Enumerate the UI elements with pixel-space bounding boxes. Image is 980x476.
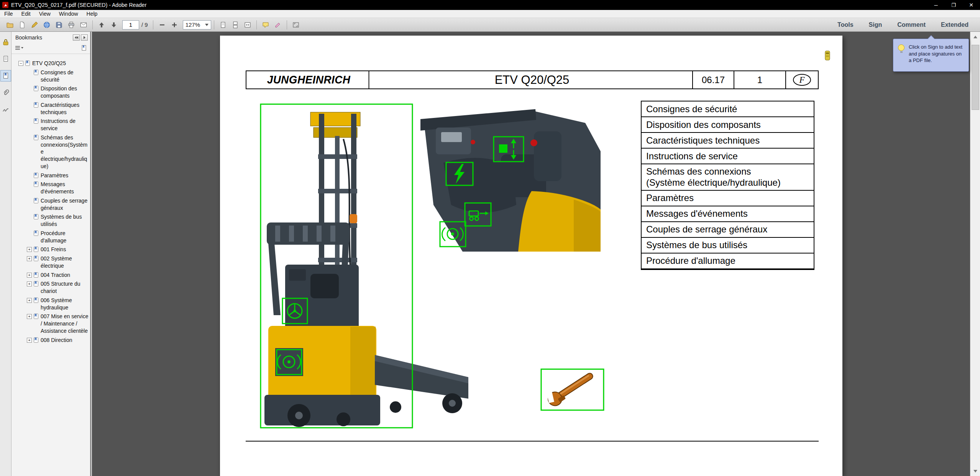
- open-folder-icon[interactable]: [4, 20, 16, 30]
- zoom-out-icon[interactable]: [156, 20, 168, 30]
- fill-sign-icon[interactable]: [28, 20, 41, 30]
- toolbar-separator: [287, 20, 287, 29]
- bookmark-icon: [33, 255, 39, 262]
- bookmark-expander[interactable]: [27, 298, 32, 303]
- signatures-icon[interactable]: [0, 104, 11, 115]
- next-page-icon[interactable]: [108, 20, 120, 30]
- expand-panel-icon[interactable]: [81, 34, 88, 41]
- scrollbar-up-icon[interactable]: [970, 32, 980, 42]
- toc-label: Procédure d'allumage: [646, 255, 735, 266]
- bookmarks-panel-title: Bookmarks: [15, 34, 42, 41]
- bookmarks-icon[interactable]: [0, 70, 11, 82]
- page-total-label: / 9: [141, 21, 148, 28]
- highlight-icon[interactable]: [272, 20, 284, 30]
- navigation-pane-strip: [0, 32, 11, 476]
- expand-current-bookmark-icon[interactable]: [81, 45, 87, 52]
- bookmark-label: 007 Mise en service / Maintenance / Assi…: [41, 313, 89, 334]
- bookmark-item[interactable]: 005 Structure du chariot: [27, 280, 89, 295]
- lock-icon[interactable]: [0, 36, 11, 48]
- jungheinrich-logo: JUNGHEINRICH: [249, 71, 369, 88]
- bookmark-expander[interactable]: [27, 273, 32, 278]
- bookmark-expander[interactable]: [27, 247, 32, 252]
- menu-bar: FileEditViewWindowHelp: [0, 10, 980, 18]
- bookmark-expander[interactable]: [27, 314, 32, 319]
- close-button[interactable]: ✕: [962, 0, 980, 10]
- bookmark-label: Paramètres: [41, 172, 68, 179]
- toolbar-panel-button[interactable]: Tools: [830, 18, 861, 32]
- adobe-reader-app-icon: [2, 2, 8, 8]
- maximize-button[interactable]: ❐: [945, 0, 962, 10]
- bookmark-item[interactable]: Schémas des connexions(Système électriqu…: [27, 134, 89, 170]
- bookmark-label: Messages d'événements: [41, 181, 89, 195]
- zoom-in-icon[interactable]: [168, 20, 181, 30]
- bookmark-label: Caractéristiques techniques: [41, 101, 89, 116]
- bookmark-expander[interactable]: [27, 281, 32, 286]
- toolbar-separator: [214, 20, 214, 29]
- lightbulb-icon: [898, 44, 904, 51]
- bookmark-item[interactable]: Systèmes de bus utilisés: [27, 213, 89, 228]
- save-copy-icon[interactable]: [16, 20, 28, 30]
- title-bar: ETV_Q20_Q25_0217_f.pdf (SECURED) - Adobe…: [0, 0, 980, 10]
- bookmarks-panel: Bookmarks ETV Q20/Q25 Consignes de sécur…: [11, 32, 90, 476]
- bookmark-item[interactable]: Consignes de sécurité: [27, 69, 89, 83]
- previous-page-icon[interactable]: [95, 20, 108, 30]
- bookmark-item[interactable]: 002 Système électrique: [27, 255, 89, 270]
- fit-one-page-icon[interactable]: [217, 20, 229, 30]
- bookmark-item[interactable]: Instructions de service: [27, 118, 89, 132]
- bookmark-item[interactable]: Messages d'événements: [27, 181, 89, 195]
- menu-item[interactable]: Edit: [17, 10, 35, 18]
- bookmark-icon: [33, 214, 39, 220]
- scrollbar-thumb[interactable]: [972, 45, 979, 110]
- bookmark-item[interactable]: Procédure d'allumage: [27, 230, 89, 244]
- bookmark-expander[interactable]: [18, 61, 23, 66]
- menu-item[interactable]: Window: [55, 10, 82, 18]
- zoom-level-select[interactable]: 127%: [183, 20, 211, 29]
- scrolling-mode-icon[interactable]: [229, 20, 241, 30]
- bookmarks-tree: ETV Q20/Q25 Consignes de sécurité Dispos…: [11, 54, 90, 349]
- bookmark-item[interactable]: Paramètres: [27, 172, 89, 179]
- options-menu-icon[interactable]: [15, 45, 24, 52]
- vertical-scrollbar[interactable]: [970, 32, 980, 476]
- bookmark-icon: [33, 198, 39, 204]
- bookmark-icon: [33, 172, 39, 178]
- toc-row: Paramètres: [642, 191, 814, 206]
- menu-item[interactable]: File: [0, 10, 17, 18]
- wrench-illustration[interactable]: [540, 368, 604, 411]
- save-icon[interactable]: [53, 20, 65, 30]
- toolbar: / 9 127% ToolsSignCommentExtended: [0, 18, 980, 32]
- bookmark-item[interactable]: 008 Direction: [27, 337, 89, 344]
- bookmark-item[interactable]: 001 Freins: [27, 246, 89, 253]
- menu-item[interactable]: View: [35, 10, 55, 18]
- attachments-icon[interactable]: [0, 87, 11, 98]
- email-icon[interactable]: [77, 20, 90, 30]
- fit-width-icon[interactable]: [241, 20, 254, 30]
- bookmark-item[interactable]: 006 Système hydraulique: [27, 297, 89, 311]
- page-annotation-icon[interactable]: [824, 50, 831, 61]
- collapse-panel-icon[interactable]: [73, 34, 80, 41]
- minimize-button[interactable]: ─: [927, 0, 945, 10]
- bookmark-item[interactable]: ETV Q20/Q25: [18, 60, 89, 67]
- bookmark-item[interactable]: 007 Mise en service / Maintenance / Assi…: [27, 313, 89, 334]
- page-thumbnails-icon[interactable]: [0, 53, 11, 65]
- print-icon[interactable]: [65, 20, 77, 30]
- toolbar-panel-button[interactable]: Extended: [933, 18, 976, 32]
- toolbar-right-buttons: ToolsSignCommentExtended: [830, 18, 976, 32]
- bookmark-item[interactable]: Caractéristiques techniques: [27, 101, 89, 116]
- toolbar-panel-button[interactable]: Sign: [861, 18, 890, 32]
- bookmark-item[interactable]: Disposition des composants: [27, 85, 89, 100]
- bookmark-item[interactable]: Couples de serrage généraux: [27, 197, 89, 212]
- toolbar-panel-button[interactable]: Comment: [890, 18, 933, 32]
- page-number-input[interactable]: [122, 20, 139, 29]
- toc-label: Consignes de sécurité: [646, 103, 737, 115]
- bookmark-icon: [33, 134, 39, 141]
- scrollbar-down-icon[interactable]: [970, 466, 980, 476]
- menu-item[interactable]: Help: [82, 10, 102, 18]
- fullscreen-icon[interactable]: [290, 20, 302, 30]
- bookmark-label: 001 Freins: [41, 246, 66, 253]
- bookmark-item[interactable]: 004 Traction: [27, 272, 89, 279]
- send-icon[interactable]: [41, 20, 53, 30]
- sticky-note-icon[interactable]: [259, 20, 272, 30]
- bookmark-expander[interactable]: [27, 338, 32, 343]
- bookmark-expander[interactable]: [27, 256, 32, 261]
- document-title: ETV Q20/Q25: [372, 71, 693, 88]
